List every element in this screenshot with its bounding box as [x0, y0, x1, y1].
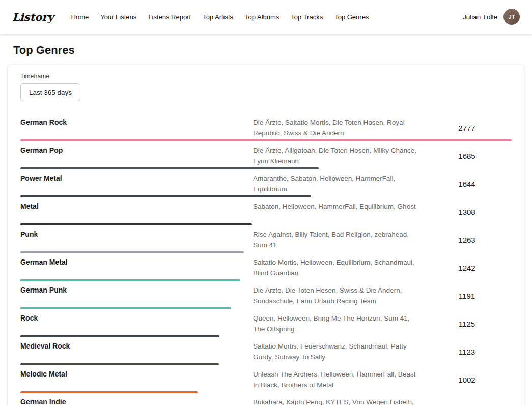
brand-logo[interactable]: Listory: [12, 11, 54, 23]
genre-artists: Amaranthe, Sabaton, Helloween, HammerFal…: [253, 173, 422, 194]
genre-count: 1308: [422, 208, 512, 216]
genre-name: Punk: [20, 229, 253, 238]
genre-row: Medieval Rock Saltatio Mortis, Feuerschw…: [20, 337, 512, 365]
genre-name: German Punk: [20, 285, 253, 294]
nav-link-top-tracks[interactable]: Top Tracks: [291, 13, 323, 21]
genre-row: Metal Sabaton, Helloween, HammerFall, Eq…: [20, 197, 512, 225]
genre-row: Punk Rise Against, Billy Talent, Bad Rel…: [20, 225, 512, 253]
nav-link-home[interactable]: Home: [71, 13, 89, 21]
user-name: Julian Tölle: [463, 13, 497, 21]
genre-name: Power Metal: [20, 173, 253, 182]
genre-count: 2777: [422, 124, 512, 132]
genre-count: 1002: [422, 375, 512, 384]
genre-artists: Die Ärzte, Saltatio Mortis, Die Toten Ho…: [253, 117, 422, 138]
user-avatar[interactable]: JT: [503, 9, 520, 25]
nav-link-your-listens[interactable]: Your Listens: [100, 13, 136, 21]
page-title: Top Genres: [13, 44, 524, 57]
genre-count: 926: [422, 403, 512, 405]
genre-name: Metal: [20, 201, 253, 210]
timeframe-select[interactable]: Last 365 days: [20, 83, 80, 101]
genre-row: Rock Queen, Helloween, Bring Me The Hori…: [20, 309, 512, 337]
genre-count: 1242: [422, 264, 512, 272]
genre-artists: Rise Against, Billy Talent, Bad Religion…: [253, 229, 422, 250]
genre-name: Rock: [20, 313, 253, 322]
genre-name: German Indie: [20, 397, 253, 405]
genre-row: German Pop Die Ärzte, Alligatoah, Die To…: [20, 141, 512, 169]
genre-row: German Indie Bukahara, Käptn Peng, KYTES…: [20, 393, 512, 405]
genre-row: Melodic Metal Unleash The Archers, Hello…: [20, 365, 512, 393]
genre-artists: Bukahara, Käptn Peng, KYTES, Von Wegen L…: [253, 397, 422, 405]
genre-artists: Saltatio Mortis, Feuerschwanz, Schandmau…: [253, 341, 422, 362]
genre-artists: Sabaton, Helloween, HammerFall, Equilibr…: [253, 201, 422, 212]
nav-link-top-albums[interactable]: Top Albums: [245, 13, 279, 21]
genre-row: German Metal Saltatio Mortis, Helloween,…: [20, 253, 512, 281]
genre-row: Power Metal Amaranthe, Sabaton, Hellowee…: [20, 169, 512, 197]
top-genres-card: Timeframe Last 365 days German Rock Die …: [8, 65, 524, 405]
genre-name: German Rock: [20, 117, 253, 126]
main-content: Top Genres Timeframe Last 365 days Germa…: [0, 44, 532, 405]
genre-table: German Rock Die Ärzte, Saltatio Mortis, …: [20, 113, 512, 405]
nav-link-top-genres[interactable]: Top Genres: [334, 13, 369, 21]
genre-count: 1123: [422, 348, 512, 356]
genre-name: Medieval Rock: [20, 341, 253, 350]
genre-artists: Die Ärzte, Die Toten Hosen, Swiss & Die …: [253, 285, 422, 306]
user-area[interactable]: Julian Tölle JT: [463, 9, 520, 25]
genre-count: 1263: [422, 236, 512, 244]
genre-artists: Queen, Helloween, Bring Me The Horizon, …: [253, 313, 422, 334]
genre-name: German Pop: [20, 145, 253, 154]
genre-count: 1125: [422, 320, 512, 328]
genre-count: 1191: [422, 292, 512, 300]
nav-link-listens-report[interactable]: Listens Report: [148, 13, 191, 21]
genre-artists: Saltatio Mortis, Helloween, Equilibrium,…: [253, 257, 422, 278]
genre-artists: Unleash The Archers, Helloween, HammerFa…: [253, 369, 422, 390]
genre-row: German Rock Die Ärzte, Saltatio Mortis, …: [20, 113, 512, 141]
genre-name: German Metal: [20, 257, 253, 266]
genre-count: 1644: [422, 180, 512, 188]
genre-artists: Die Ärzte, Alligatoah, Die Toten Hosen, …: [253, 145, 422, 166]
top-navbar: Listory HomeYour ListensListens ReportTo…: [0, 0, 532, 34]
nav-link-top-artists[interactable]: Top Artists: [203, 13, 233, 21]
timeframe-label: Timeframe: [20, 73, 512, 80]
nav-links: HomeYour ListensListens ReportTop Artist…: [71, 13, 369, 21]
genre-row: German Punk Die Ärzte, Die Toten Hosen, …: [20, 281, 512, 309]
genre-count: 1685: [422, 152, 512, 160]
genre-name: Melodic Metal: [20, 369, 253, 378]
